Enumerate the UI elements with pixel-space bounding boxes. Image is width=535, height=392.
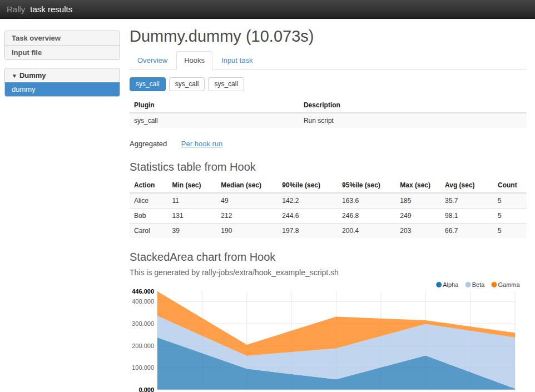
legend-item-gamma[interactable]: Gamma <box>492 281 521 288</box>
sidebar-group-dummy[interactable]: ▼Dummy <box>5 68 120 82</box>
sidebar-item-task-overview[interactable]: Task overview <box>5 31 120 45</box>
svg-text:Beta: Beta <box>472 281 486 288</box>
svg-text:200.000: 200.000 <box>132 342 154 349</box>
tab-bar: OverviewHooksInput task <box>130 51 527 70</box>
sidebar-top-group: Task overviewInput file <box>4 31 120 60</box>
stacked-area-chart-container: 0.000100.000200.000300.000400.000446.000… <box>130 280 527 392</box>
hook-button-sys-call-2[interactable]: sys_call <box>169 77 205 91</box>
navbar-title: task results <box>30 4 72 14</box>
cell: 5 <box>493 223 527 238</box>
cell: 142.2 <box>278 193 338 209</box>
cell: Carol <box>130 223 168 238</box>
aggregated-label: Aggregated <box>130 140 167 148</box>
sidebar-group-label: Dummy <box>19 71 46 80</box>
svg-text:400.000: 400.000 <box>132 298 154 305</box>
legend-item-alpha[interactable]: Alpha <box>436 281 459 288</box>
column-header-max-sec: Max (sec) <box>395 178 440 193</box>
cell: 249 <box>395 208 440 223</box>
svg-text:Alpha: Alpha <box>443 281 459 288</box>
cell: 246.8 <box>338 208 395 223</box>
stats-heading: Statistics table from Hook <box>130 161 527 173</box>
svg-text:100.000: 100.000 <box>132 364 154 371</box>
cell: 197.8 <box>278 223 338 238</box>
column-header-action: Action <box>130 178 168 193</box>
svg-text:446.000: 446.000 <box>132 288 154 295</box>
table-row-bob: Bob131212244.6246.824998.15 <box>130 208 527 223</box>
cell: Bob <box>130 208 168 223</box>
cell: 5 <box>493 208 527 223</box>
per-hook-run-link[interactable]: Per hook run <box>181 140 222 148</box>
hook-buttons: sys_callsys_callsys_call <box>130 77 527 91</box>
hook-button-sys-call-3[interactable]: sys_call <box>208 77 244 91</box>
column-header-90-ile-sec: 90%ile (sec) <box>278 178 338 193</box>
svg-text:0.000: 0.000 <box>138 386 154 392</box>
cell: 131 <box>168 208 217 223</box>
hook-mode-toggle: Aggregated Per hook run <box>130 140 527 148</box>
table-row-sys-call: sys_callRun script <box>130 113 527 128</box>
cell: 98.1 <box>440 208 493 223</box>
legend-dot-alpha <box>436 282 442 287</box>
collapse-triangle-icon: ▼ <box>12 73 17 79</box>
column-header-95-ile-sec: 95%ile (sec) <box>338 178 395 193</box>
column-header-plugin: Plugin <box>130 98 299 113</box>
svg-text:300.000: 300.000 <box>132 320 154 327</box>
cell: 212 <box>216 208 278 223</box>
cell: 11 <box>168 193 217 209</box>
plugin-table: PluginDescription sys_callRun script <box>130 98 527 128</box>
table-row-alice: Alice1149142.2163.618535.75 <box>130 193 527 209</box>
cell: Alice <box>130 193 168 209</box>
stacked-area-chart: 0.000100.000200.000300.000400.000446.000… <box>130 280 527 392</box>
svg-text:Gamma: Gamma <box>498 281 521 288</box>
legend-item-beta[interactable]: Beta <box>465 281 486 288</box>
cell: 5 <box>493 193 527 209</box>
legend-dot-beta <box>465 282 471 287</box>
column-header-avg-sec: Avg (sec) <box>440 178 493 193</box>
column-header-description: Description <box>299 98 527 113</box>
main-content: Dummy.dummy (10.073s) OverviewHooksInput… <box>130 27 527 392</box>
cell: 244.6 <box>278 208 338 223</box>
tab-input-task[interactable]: Input task <box>214 51 260 70</box>
sidebar-scenario-group: ▼Dummy dummy <box>4 68 120 97</box>
sidebar-item-dummy[interactable]: dummy <box>5 82 120 96</box>
cell: sys_call <box>130 113 299 128</box>
cell: 66.7 <box>440 223 493 238</box>
cell: 185 <box>395 193 440 209</box>
cell: 190 <box>216 223 278 238</box>
legend-dot-gamma <box>492 282 497 287</box>
hook-button-sys-call-1[interactable]: sys_call <box>130 77 166 91</box>
y-axis-labels: 0.000100.000200.000300.000400.000446.000 <box>132 288 154 392</box>
cell: Run script <box>299 113 527 128</box>
cell: 200.4 <box>338 223 395 238</box>
chart-legend: GammaBetaAlpha <box>436 281 520 288</box>
cell: 35.7 <box>440 193 493 209</box>
column-header-count: Count <box>493 178 527 193</box>
cell: 203 <box>395 223 440 238</box>
column-header-min-sec: Min (sec) <box>168 178 217 193</box>
stats-table: ActionMin (sec)Median (sec)90%ile (sec)9… <box>130 178 527 238</box>
cell: 163.6 <box>338 193 395 209</box>
table-row-carol: Carol39190197.8200.420366.75 <box>130 223 527 238</box>
rally-brand[interactable]: Rally <box>7 4 25 14</box>
column-header-median-sec: Median (sec) <box>216 178 278 193</box>
tab-hooks[interactable]: Hooks <box>176 51 212 70</box>
sidebar: Task overviewInput file ▼Dummy dummy <box>4 31 120 105</box>
sidebar-item-input-file[interactable]: Input file <box>5 45 120 59</box>
page-title: Dummy.dummy (10.073s) <box>130 27 527 46</box>
cell: 39 <box>168 223 217 238</box>
tab-overview[interactable]: Overview <box>130 51 175 70</box>
cell: 49 <box>216 193 278 209</box>
chart-heading: StackedArea chart from Hook <box>130 251 527 264</box>
chart-subtitle: This is generated by rally-jobs/extra/ho… <box>130 268 527 277</box>
navbar: Rally task results <box>0 0 535 19</box>
